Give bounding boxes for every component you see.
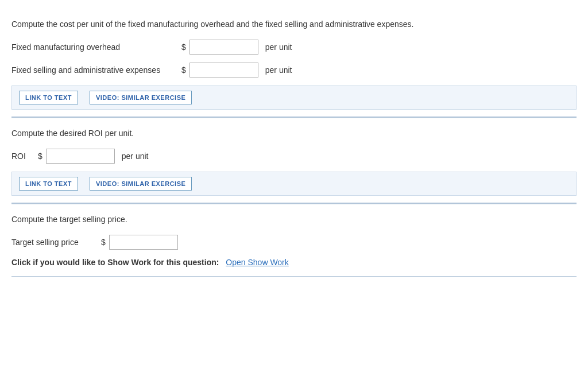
open-show-work-link[interactable]: Open Show Work — [226, 258, 288, 267]
bottom-divider — [11, 276, 577, 277]
per-unit-label-3: per unit — [122, 152, 149, 161]
section3-instruction: Compute the target selling price. — [11, 214, 577, 226]
section-3: Compute the target selling price. Target… — [11, 204, 577, 267]
section-2: Compute the desired ROI per unit. ROI $ … — [11, 118, 577, 196]
show-work-prompt: Click if you would like to Show Work for… — [11, 258, 219, 267]
fixed-manufacturing-input[interactable] — [189, 40, 258, 55]
show-work-section: Click if you would like to Show Work for… — [11, 258, 577, 267]
roi-input[interactable] — [46, 149, 115, 164]
section1-link-to-text-button[interactable]: LINK TO TEXT — [19, 91, 78, 104]
fixed-selling-input[interactable] — [189, 63, 258, 77]
fixed-selling-label: Fixed selling and administrative expense… — [11, 65, 178, 75]
roi-label: ROI — [11, 152, 34, 161]
fixed-manufacturing-label: Fixed manufacturing overhead — [11, 42, 178, 52]
section2-video-button[interactable]: VIDEO: SIMILAR EXERCISE — [90, 177, 192, 191]
per-unit-label-2: per unit — [265, 65, 292, 75]
target-selling-row: Target selling price $ — [11, 235, 577, 250]
section1-action-bar: LINK TO TEXT VIDEO: SIMILAR EXERCISE — [11, 86, 577, 110]
section-1: Compute the cost per unit of the fixed m… — [11, 9, 577, 110]
per-unit-label-1: per unit — [265, 42, 292, 52]
section2-link-to-text-button[interactable]: LINK TO TEXT — [19, 177, 78, 191]
dollar-sign-4: $ — [101, 238, 106, 247]
target-selling-label: Target selling price — [11, 238, 98, 247]
dollar-sign-2: $ — [181, 65, 186, 75]
dollar-sign-3: $ — [38, 152, 42, 161]
fixed-manufacturing-row: Fixed manufacturing overhead $ per unit — [11, 40, 577, 55]
target-selling-input[interactable] — [109, 235, 178, 250]
section1-video-button[interactable]: VIDEO: SIMILAR EXERCISE — [90, 91, 192, 104]
dollar-sign-1: $ — [181, 42, 186, 52]
section1-instruction: Compute the cost per unit of the fixed m… — [11, 18, 577, 30]
section2-action-bar: LINK TO TEXT VIDEO: SIMILAR EXERCISE — [11, 172, 577, 196]
fixed-selling-row: Fixed selling and administrative expense… — [11, 63, 577, 77]
section2-instruction: Compute the desired ROI per unit. — [11, 127, 577, 139]
roi-row: ROI $ per unit — [11, 149, 577, 164]
